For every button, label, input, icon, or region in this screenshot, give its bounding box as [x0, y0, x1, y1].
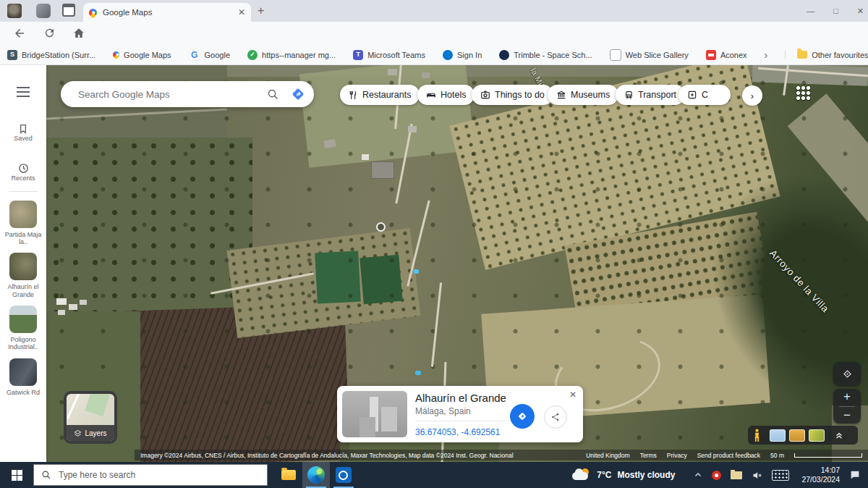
sidebar-item-recents[interactable]: Recents — [3, 174, 43, 182]
imagery-thumbnail[interactable] — [770, 429, 786, 442]
things-to-do-icon — [480, 90, 490, 100]
bookmark-teams[interactable]: TMicrosoft Teams — [353, 50, 425, 60]
directions-icon[interactable] — [289, 85, 307, 103]
maps-viewport: Arroyo de la Villa la Mill Saved Recents… — [0, 65, 868, 462]
bookmarks-overflow-chevron[interactable]: › — [765, 49, 768, 61]
back-button[interactable] — [13, 27, 26, 40]
taskbar-search-input[interactable] — [57, 469, 260, 481]
terms-link[interactable]: Terms — [640, 452, 657, 459]
search-input[interactable] — [77, 88, 267, 101]
place-coordinates-link[interactable]: 36.674053, -4.692561 — [415, 427, 500, 437]
new-tab-button[interactable]: + — [258, 5, 264, 17]
pegman-icon[interactable] — [752, 429, 762, 442]
directions-button[interactable] — [510, 404, 535, 429]
divider — [839, 406, 855, 407]
file-explorer-taskbar-icon[interactable] — [275, 462, 302, 488]
browser-toolbar: https://www.google.co.uk/maps/@36.673812… — [0, 22, 868, 45]
minimize-button[interactable]: — — [807, 7, 814, 15]
home-icon[interactable] — [72, 27, 85, 40]
collapse-chevrons-icon[interactable] — [834, 430, 844, 440]
folder-tray-icon[interactable] — [731, 471, 742, 479]
start-button[interactable] — [0, 462, 33, 488]
sidebar-item-saved[interactable]: Saved — [3, 135, 43, 142]
tab-close-icon[interactable]: ✕ — [238, 8, 245, 17]
recent-place-label[interactable]: Gatwick Rd — [3, 389, 43, 396]
recent-place-thumbnail[interactable] — [9, 306, 37, 333]
hotels-icon — [426, 90, 436, 100]
chip-things-to-do[interactable]: Things to do — [472, 85, 553, 105]
chip-hotels[interactable]: Hotels — [417, 85, 475, 105]
bookmark-bridgestation[interactable]: SBridgeStation (Surr... — [7, 50, 95, 60]
bookmark-google-maps[interactable]: Google Maps — [113, 51, 171, 59]
map-attribution-bar: Imagery ©2024 Airbus, CNES / Airbus, Ins… — [135, 450, 868, 460]
bookmark-web-slice[interactable]: Web Slice Gallery — [610, 49, 689, 61]
scale-bar — [794, 453, 862, 458]
browser-tab-google-maps[interactable]: Google Maps ✕ — [83, 3, 251, 22]
recent-place-label[interactable]: Alhaurín el Grande — [3, 283, 43, 298]
window-icon[interactable] — [62, 4, 75, 17]
tilt-compass-control[interactable] — [833, 362, 861, 386]
layers-control[interactable]: Layers — [64, 391, 117, 444]
bookmark-google[interactable]: GGoogle — [189, 49, 230, 61]
transport-icon — [624, 91, 634, 100]
bookmark-aconex[interactable]: Aconex — [706, 50, 747, 60]
other-favourites-folder[interactable]: Other favourites — [785, 51, 868, 59]
layers-label: Layers — [85, 429, 106, 437]
map-building — [323, 139, 336, 148]
refresh-icon[interactable] — [43, 27, 56, 40]
photosphere-marker[interactable] — [376, 222, 386, 232]
map-building — [69, 304, 77, 310]
browser-tab-strip: Google Maps ✕ + — □ ✕ — [0, 0, 868, 22]
bookmark-sign-in[interactable]: Sign In — [443, 50, 482, 60]
recent-place-label[interactable]: Poligono Industrial.. — [3, 336, 43, 351]
privacy-link[interactable]: Privacy — [667, 452, 687, 459]
hidden-icons-chevron[interactable] — [694, 471, 702, 479]
maximize-button[interactable]: □ — [833, 7, 838, 15]
feedback-link[interactable]: Send product feedback — [697, 452, 760, 459]
layers-icon — [74, 429, 82, 437]
chip-museums[interactable]: Museums — [548, 85, 618, 105]
page-icon — [610, 49, 621, 61]
chip-transport[interactable]: Transport — [616, 85, 685, 105]
app-cube-icon[interactable] — [36, 4, 51, 18]
bookmark-manager[interactable]: ✓https--manager mg... — [247, 50, 336, 60]
windows-taskbar: 7°C Mostly cloudy 14:07 27/03/2024 — [0, 462, 868, 488]
imagery-thumbnail[interactable] — [809, 429, 825, 442]
recent-place-label[interactable]: Partida Maja la.. — [3, 231, 43, 246]
bookmark-trimble[interactable]: Trimble - Space Sch... — [499, 50, 592, 60]
taskbar-clock[interactable]: 14:07 27/03/2024 — [801, 466, 840, 484]
chip-chemists[interactable]: C — [678, 85, 731, 105]
zoom-out-button[interactable]: − — [843, 408, 851, 424]
place-photo[interactable] — [342, 391, 407, 437]
touch-keyboard-icon[interactable] — [772, 470, 789, 481]
recent-place-thumbnail[interactable] — [9, 201, 37, 228]
outlook-taskbar-icon[interactable] — [330, 462, 357, 488]
action-center-icon[interactable] — [849, 469, 861, 481]
weather-temp: 7°C — [597, 470, 611, 480]
chips-scroll-right-button[interactable]: › — [742, 85, 762, 106]
clock-date: 27/03/2024 — [801, 475, 840, 484]
profile-avatar[interactable] — [7, 4, 22, 18]
window-close-button[interactable]: ✕ — [857, 7, 864, 16]
share-button[interactable] — [544, 405, 567, 429]
saved-icon[interactable] — [17, 123, 29, 135]
map-building — [388, 69, 397, 75]
recent-place-thumbnail[interactable] — [9, 358, 37, 386]
volume-muted-icon[interactable] — [752, 470, 762, 481]
edge-taskbar-icon[interactable] — [302, 462, 330, 488]
google-apps-grid-icon[interactable] — [796, 85, 811, 101]
imagery-thumbnail[interactable] — [789, 429, 805, 442]
menu-icon[interactable] — [17, 87, 30, 97]
taskbar-search-box[interactable] — [33, 464, 268, 486]
recents-icon[interactable] — [17, 162, 30, 174]
google-maps-pin-icon — [113, 51, 119, 58]
antivirus-tray-icon[interactable] — [712, 471, 721, 480]
zoom-in-button[interactable]: + — [843, 389, 851, 405]
maps-search-box[interactable] — [61, 81, 314, 107]
chip-restaurants[interactable]: Restaurants — [340, 85, 420, 105]
search-icon[interactable] — [267, 88, 279, 101]
weather-widget[interactable]: 7°C Mostly cloudy — [572, 468, 675, 481]
recent-place-thumbnail[interactable] — [9, 253, 37, 280]
zoom-control: + − — [833, 389, 861, 424]
card-close-icon[interactable]: ✕ — [569, 390, 576, 400]
